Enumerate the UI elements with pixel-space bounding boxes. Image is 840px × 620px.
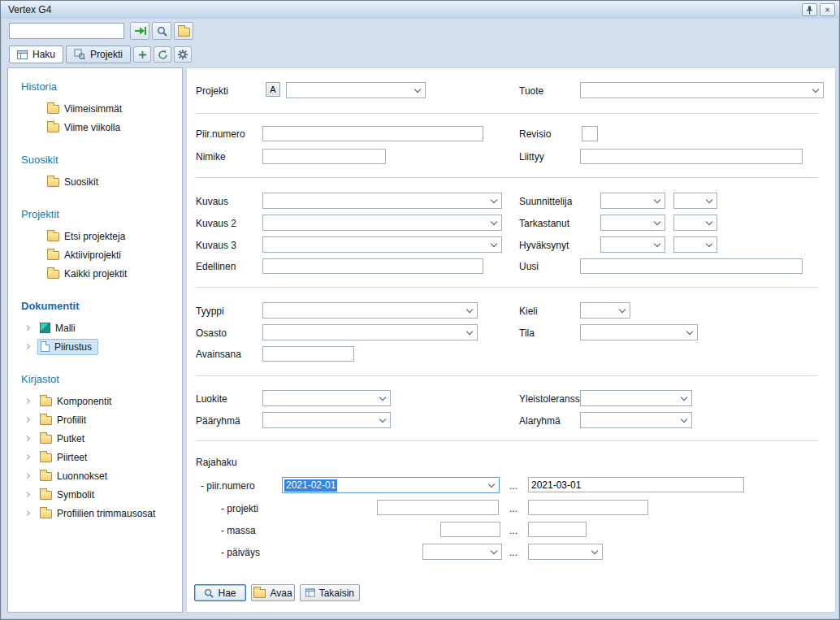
folder-icon xyxy=(47,251,59,260)
sidebar-item-putket[interactable]: Putket xyxy=(8,429,182,448)
avaa-button[interactable]: Avaa xyxy=(251,584,295,601)
sidebar-item-viimeisimmat[interactable]: Viimeisimmät xyxy=(8,99,182,118)
edellinen-input[interactable] xyxy=(262,258,483,274)
tree-item-label: Viimeisimmät xyxy=(64,103,122,115)
hyvaksynyt-label: Hyväksynyt xyxy=(519,240,569,251)
chevron-down-icon xyxy=(619,306,626,313)
sidebar-item-komponentit[interactable]: Komponentit xyxy=(8,392,182,410)
sidebar-item-aktiiviprojekti[interactable]: Aktiiviprojekti xyxy=(8,245,182,264)
piirnumero-input[interactable] xyxy=(262,126,483,141)
tab-projekti[interactable]: Projekti xyxy=(66,46,131,63)
chevron-down-icon xyxy=(681,394,687,401)
avainsana-input[interactable] xyxy=(262,346,354,362)
tarkastanut-combobox-2[interactable] xyxy=(673,215,717,231)
quick-search-input[interactable] xyxy=(9,23,124,39)
raja-projekti-to-input[interactable] xyxy=(528,500,648,515)
hyvaksynyt-combobox-1[interactable] xyxy=(600,236,665,253)
raja-piirnumero-label: - piir.numero xyxy=(201,480,255,492)
suunnittelija-combobox-2[interactable] xyxy=(673,193,717,209)
kuvaus2-combobox[interactable] xyxy=(262,215,502,231)
paaryhma-label: Pääryhmä xyxy=(196,415,240,427)
projekti-combobox[interactable] xyxy=(286,82,426,98)
tab-projekti-label: Projekti xyxy=(90,49,123,60)
liittyy-input[interactable] xyxy=(580,149,803,164)
tuote-label: Tuote xyxy=(519,85,543,97)
pin-button[interactable] xyxy=(802,3,817,16)
raja-paivays-from-combobox[interactable] xyxy=(422,544,502,560)
hyvaksynyt-combobox-2[interactable] xyxy=(673,236,717,253)
sidebar-item-piirteet[interactable]: Piirteet xyxy=(8,448,182,466)
add-tab-button[interactable] xyxy=(133,46,151,63)
tree-item-label: Piirteet xyxy=(57,452,87,463)
chevron-down-icon xyxy=(491,241,497,247)
separator xyxy=(196,287,818,288)
refresh-button[interactable] xyxy=(154,46,171,63)
tree-item-label: Luonnokset xyxy=(57,470,107,482)
tab-haku[interactable]: Haku xyxy=(9,46,63,63)
folder-icon xyxy=(40,472,52,481)
settings-button[interactable] xyxy=(174,46,192,63)
uusi-label: Uusi xyxy=(519,261,539,272)
tree-item-label: Symbolit xyxy=(57,489,94,501)
sidebar-item-etsi-projekteja[interactable]: Etsi projekteja xyxy=(8,227,182,245)
uusi-input[interactable] xyxy=(580,258,803,274)
yleistoleranssi-label: Yleistoleranssi xyxy=(519,393,582,405)
paaryhma-combobox[interactable] xyxy=(262,412,391,428)
sidebar-item-profiilit[interactable]: Profiilit xyxy=(8,410,182,429)
tila-combobox[interactable] xyxy=(580,324,698,340)
raja-projekti-from-input[interactable] xyxy=(377,500,499,515)
open-folder-button[interactable] xyxy=(174,22,193,40)
sidebar-item-malli[interactable]: Malli xyxy=(8,319,182,337)
tyyppi-label: Tyyppi xyxy=(196,306,224,317)
luokite-combobox[interactable] xyxy=(262,390,391,406)
window-title: Vertex G4 xyxy=(8,4,799,15)
vertex-window: Vertex G4 × Haku Projekti xyxy=(0,0,840,620)
rajahaku-label: Rajahaku xyxy=(196,457,237,468)
raja-massa-from-input[interactable] xyxy=(440,522,500,537)
tyyppi-combobox[interactable] xyxy=(262,302,478,319)
window-titlebar[interactable]: Vertex G4 × xyxy=(1,1,839,19)
alaryhma-combobox[interactable] xyxy=(580,412,692,428)
sidebar-item-suosikit[interactable]: Suosikit xyxy=(8,172,182,191)
close-button[interactable]: × xyxy=(820,3,835,16)
raja-piirnumero-from-combobox[interactable]: 2021-02-01 xyxy=(282,477,500,493)
raja-paivays-to-combobox[interactable] xyxy=(528,544,603,560)
revisio-input[interactable] xyxy=(582,126,598,141)
section-projektit: Projektit xyxy=(21,208,182,220)
project-a-toggle-button[interactable]: A xyxy=(266,82,280,97)
tree-item-label: Kaikki projektit xyxy=(64,268,127,280)
chevron-down-icon xyxy=(654,241,660,247)
sidebar-item-piirustus[interactable]: Piirustus xyxy=(8,337,182,356)
yleistoleranssi-combobox[interactable] xyxy=(580,390,692,406)
nimike-input[interactable] xyxy=(262,149,386,164)
chevron-down-icon xyxy=(654,197,660,203)
tab-bar: Haku Projekti xyxy=(1,43,839,66)
sidebar-item-kaikki-projektit[interactable]: Kaikki projektit xyxy=(8,264,182,283)
osasto-combobox[interactable] xyxy=(262,324,478,340)
kieli-combobox[interactable] xyxy=(580,302,630,319)
tree-item-label: Aktiiviprojekti xyxy=(64,249,121,261)
chevron-down-icon xyxy=(491,197,497,203)
kuvaus-combobox[interactable] xyxy=(262,193,502,209)
tarkastanut-combobox-1[interactable] xyxy=(600,215,665,231)
tuote-combobox[interactable] xyxy=(580,82,824,98)
hae-button[interactable]: Hae xyxy=(194,584,246,601)
drawing-icon xyxy=(41,341,50,352)
go-button[interactable] xyxy=(130,22,149,40)
kuvaus3-combobox[interactable] xyxy=(262,236,502,253)
suunnittelija-combobox-1[interactable] xyxy=(600,193,665,209)
raja-massa-to-input[interactable] xyxy=(528,522,587,537)
model-icon xyxy=(40,323,50,333)
kuvaus3-label: Kuvaus 3 xyxy=(196,240,236,251)
raja-piirnumero-to-input[interactable] xyxy=(528,477,744,492)
sidebar-item-profiilien-trimmausosat[interactable]: Profiilien trimmausosat xyxy=(8,504,182,522)
sidebar-item-symbolit[interactable]: Symbolit xyxy=(8,485,182,504)
search-button[interactable] xyxy=(152,22,171,40)
sidebar-item-luonnokset[interactable]: Luonnokset xyxy=(8,466,182,485)
folder-icon xyxy=(40,453,52,462)
chevron-down-icon xyxy=(591,548,598,554)
pin-icon xyxy=(806,6,813,15)
search-icon xyxy=(157,26,167,37)
takaisin-button[interactable]: Takaisin xyxy=(300,584,360,601)
sidebar-item-viime-viikolla[interactable]: Viime viikolla xyxy=(8,118,182,137)
